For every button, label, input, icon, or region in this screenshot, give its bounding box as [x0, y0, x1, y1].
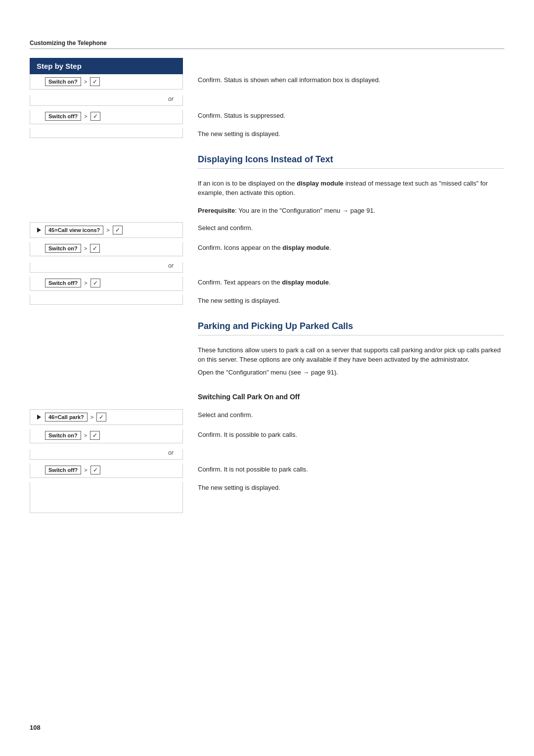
nav-arrow-icon-1[interactable] [35, 226, 43, 234]
desc-call-view-icons: Select and confirm. [183, 222, 504, 233]
check-btn-4[interactable]: ✓ [90, 244, 100, 253]
desc-icons-row: If an icon is to be displayed on the dis… [30, 178, 504, 201]
desc-call-park: Select and confirm. [183, 409, 504, 420]
check-btn-1[interactable]: ✓ [90, 77, 100, 86]
check-btn-7[interactable]: ✓ [90, 431, 100, 440]
or-row-2: or [30, 260, 504, 273]
new-setting-text-1: The new setting is displayed. [183, 128, 504, 139]
call-park-btn[interactable]: 46=Call park? [45, 413, 88, 422]
ui-row-switch-on-2: Switch on? > ✓ [45, 244, 178, 253]
prereq-row: Prerequisite: You are in the "Configurat… [30, 205, 504, 219]
prereq-text: Prerequisite: You are in the "Configurat… [198, 206, 504, 216]
step-row-switch-off-1: Switch off? > ✓ Confirm. Status is suppr… [30, 110, 504, 124]
section-heading-parking-text: Parking and Picking Up Parked Calls [198, 320, 504, 335]
or-row-1: or [30, 94, 504, 106]
or-row-3: or [30, 447, 504, 460]
section-heading-icons: Displaying Icons Instead of Text [30, 143, 504, 174]
or-label-1: or [35, 95, 178, 102]
switch-on-btn-1[interactable]: Switch on? [45, 77, 81, 86]
step-row-switch-on-2: Switch on? > ✓ Confirm. Icons appear on … [30, 242, 504, 256]
new-setting-text-2: The new setting is displayed. [183, 295, 504, 306]
ui-row-switch-on-1: Switch on? > ✓ [45, 77, 178, 86]
switch-off-btn-1[interactable]: Switch off? [45, 112, 81, 121]
step-row-switch-on-1: Switch on? > ✓ Confirm. Status is shown … [30, 74, 504, 90]
subheading-call-park: Switching Call Park On and Off [30, 384, 504, 405]
arrow-right-1: > [83, 79, 88, 85]
desc-parking-open: Open the "Configuration" menu (see → pag… [198, 368, 504, 378]
step-by-step-header: Step by Step [30, 58, 183, 74]
nav-arrow-icon-2[interactable] [35, 413, 43, 421]
new-setting-row-1: The new setting is displayed. [30, 128, 504, 139]
arrow-right-5: > [83, 280, 88, 286]
desc-switch-off-3: Confirm. It is not possible to park call… [183, 464, 504, 474]
new-setting-text-3: The new setting is displayed. [183, 482, 504, 493]
ui-row-call-view-icons: 45=Call view icons? > ✓ [35, 226, 178, 235]
section-title: Customizing the Telephone [30, 40, 504, 49]
section-heading-parking: Parking and Picking Up Parked Calls [30, 310, 504, 340]
svg-marker-0 [37, 228, 41, 233]
check-btn-2[interactable]: ✓ [90, 112, 100, 121]
ui-row-switch-off-2: Switch off? > ✓ [45, 279, 178, 287]
desc-parking-text: These functions allow users to park a ca… [198, 345, 504, 365]
call-view-icons-btn[interactable]: 45=Call view icons? [45, 226, 103, 235]
ui-row-switch-off-3: Switch off? > ✓ [45, 466, 178, 474]
svg-marker-1 [37, 415, 41, 420]
step-row-call-view-icons: 45=Call view icons? > ✓ Select and confi… [30, 222, 504, 238]
desc-switch-on-3: Confirm. It is possible to park calls. [183, 429, 504, 440]
desc-switch-on-1: Confirm. Status is shown when call infor… [183, 74, 504, 85]
desc-switch-off-2: Confirm. Text appears on the display mod… [183, 277, 504, 287]
arrow-right-6: > [89, 414, 94, 420]
new-setting-row-3: The new setting is displayed. [30, 482, 504, 513]
ui-row-switch-off-1: Switch off? > ✓ [45, 112, 178, 121]
check-btn-3[interactable]: ✓ [113, 226, 123, 235]
left-col-1: Switch on? > ✓ [30, 74, 183, 90]
desc-switch-on-2: Confirm. Icons appear on the display mod… [183, 242, 504, 253]
desc-parking-row: These functions allow users to park a ca… [30, 344, 504, 380]
arrow-right-2: > [83, 113, 88, 119]
section-heading-icons-text: Displaying Icons Instead of Text [198, 153, 504, 169]
switch-on-btn-3[interactable]: Switch on? [45, 431, 81, 440]
arrow-right-3: > [105, 227, 110, 233]
ui-row-call-park: 46=Call park? > ✓ [35, 413, 178, 422]
or-label-2: or [35, 262, 178, 269]
arrow-right-7: > [83, 432, 88, 438]
check-btn-6[interactable]: ✓ [96, 413, 106, 422]
or-label-3: or [35, 449, 178, 456]
ui-row-switch-on-3: Switch on? > ✓ [45, 431, 178, 440]
desc-icons-text: If an icon is to be displayed on the dis… [198, 179, 504, 198]
new-setting-row-2: The new setting is displayed. [30, 295, 504, 306]
check-btn-8[interactable]: ✓ [90, 466, 100, 474]
step-row-switch-off-2: Switch off? > ✓ Confirm. Text appears on… [30, 277, 504, 291]
sub-heading-call-park-text: Switching Call Park On and Off [198, 392, 504, 402]
switch-on-btn-2[interactable]: Switch on? [45, 244, 81, 253]
step-row-call-park: 46=Call park? > ✓ Select and confirm. [30, 409, 504, 425]
switch-off-btn-3[interactable]: Switch off? [45, 466, 81, 474]
arrow-right-8: > [83, 467, 88, 473]
arrow-right-4: > [83, 245, 88, 251]
step-row-switch-off-3: Switch off? > ✓ Confirm. It is not possi… [30, 464, 504, 478]
page: Customizing the Telephone Step by Step S… [0, 0, 534, 756]
page-number: 108 [30, 724, 41, 731]
step-row-switch-on-3: Switch on? > ✓ Confirm. It is possible t… [30, 429, 504, 443]
switch-off-btn-2[interactable]: Switch off? [45, 279, 81, 287]
check-btn-5[interactable]: ✓ [90, 279, 100, 287]
